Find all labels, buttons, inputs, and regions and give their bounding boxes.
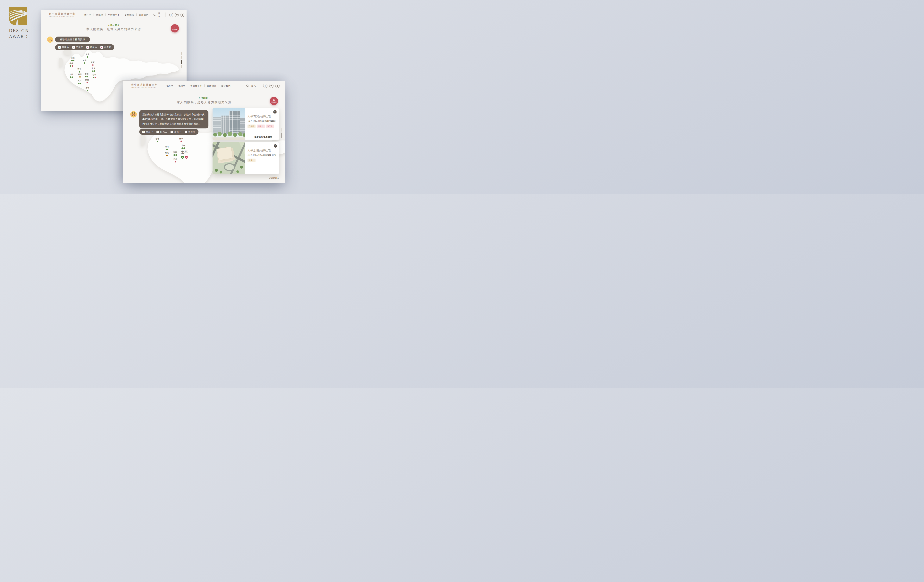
nav-item-daily-life[interactable]: 生活大小事 <box>190 84 202 88</box>
housing-description-bubble: 豐原安康共好社宅緊鄰18公尺永康路，到台中市區(臺中火車站)車程約30分鐘。距離… <box>139 110 208 129</box>
status-badge: 興建中 <box>248 159 256 162</box>
download-icon <box>174 26 176 28</box>
mascot-face <box>130 111 137 118</box>
nav-item-news[interactable]: 最新消息 <box>207 84 216 88</box>
map-marker-beitun[interactable]: 北屯 <box>181 144 185 149</box>
view-housing-link[interactable]: 查看社宅 租屋/空間 → <box>254 135 276 138</box>
map-marker-wufeng[interactable]: 霧峰 <box>86 87 89 91</box>
close-icon[interactable]: × <box>273 110 277 114</box>
housing-photo <box>213 142 245 174</box>
map-marker-beitun[interactable]: 北屯 <box>92 67 96 72</box>
download-icon <box>273 99 275 101</box>
map-marker-houli[interactable]: 后里 <box>86 53 89 58</box>
checkbox-icon: ✓ <box>157 131 159 133</box>
map-hint-bubble: 點擊地點查看社宅資訊 <box>55 36 90 43</box>
screen-2: 梧棲 豐原 西屯 北屯 南屯 東區 太平 大里 <box>123 81 285 183</box>
status-badge: 已完工 <box>248 124 256 128</box>
checkbox-icon: ✓ <box>72 46 75 49</box>
filter-space[interactable]: ✓ 借空間 <box>101 46 111 49</box>
status-badge: 有空間 <box>266 124 274 128</box>
map-marker-fengyuan[interactable]: 豐原 <box>179 137 183 142</box>
page-scroll-indicator[interactable] <box>181 52 182 68</box>
housing-title: 太平育賢共好社宅 <box>248 115 276 118</box>
login-link[interactable]: 登入 <box>251 84 256 87</box>
filter-renting[interactable]: ✓ 招租中 <box>170 131 181 133</box>
map-marker-nantun[interactable]: 南屯 <box>78 73 82 78</box>
award-title-line2: AWARD <box>9 34 33 40</box>
award-title-line1: DESIGN <box>9 28 33 34</box>
filter-completed[interactable]: ✓ 已完工 <box>72 46 83 49</box>
login-link[interactable]: 登入 <box>158 12 162 18</box>
map-marker-xitun[interactable]: 西屯 <box>165 146 169 150</box>
housing-photo <box>213 108 245 140</box>
close-icon[interactable]: × <box>274 144 277 147</box>
design-award-logo: DESIGN AWARD <box>9 7 33 40</box>
facebook-icon[interactable]: f <box>169 13 173 17</box>
nav-item-find-housing[interactable]: 找社宅 <box>84 13 91 17</box>
map-marker-xitun[interactable]: 西屯 <box>78 68 81 73</box>
nav-item-about[interactable]: 關於我們 <box>139 13 148 17</box>
map-marker-dali[interactable]: 大里 <box>173 158 177 162</box>
podcast-icon[interactable] <box>275 84 280 88</box>
nav-item-find-venue[interactable]: 找場地 <box>96 13 103 17</box>
nav-item-daily-life[interactable]: 生活大小事 <box>108 13 120 17</box>
filter-completed[interactable]: ✓ 已完工 <box>157 131 167 133</box>
main-nav: 找社宅 找場地 生活大小事 最新消息 關於我們 <box>79 13 153 17</box>
brand-logo[interactable]: 台中市共好社會住宅 TAICHUNG SOCIAL HOUSING <box>131 84 158 88</box>
housing-card-taiping-yuxian: × 太平育賢共好社宅 411 台中市太平區育賢路156號158號 已完工 招租中… <box>213 108 279 140</box>
map-marker-fengyuan[interactable]: 豐原 <box>91 61 95 66</box>
checkbox-icon: ✓ <box>58 46 61 49</box>
map-marker-qingshui[interactable]: 清水 <box>71 57 75 61</box>
filter-renting[interactable]: ✓ 招租中 <box>86 46 97 49</box>
map-marker-wuqi[interactable]: 梧棲 <box>155 138 159 142</box>
header-actions: 登入 f <box>246 83 280 88</box>
nav-item-find-venue[interactable]: 找場地 <box>178 84 185 88</box>
nav-item-about[interactable]: 關於我們 <box>221 84 231 88</box>
filter-under-construction[interactable]: ✓ 興建中 <box>58 46 69 49</box>
search-icon[interactable] <box>246 84 249 88</box>
checkbox-icon: ✓ <box>101 46 103 49</box>
map-marker-wuqi[interactable]: 梧棲 <box>69 62 73 67</box>
checkbox-icon: ✓ <box>86 46 89 49</box>
status-filter-bar: ✓ 興建中 ✓ 已完工 ✓ 招租中 ✓ 借空間 <box>139 129 198 135</box>
nav-item-news[interactable]: 最新消息 <box>125 13 134 17</box>
apply-materials-button[interactable]: 申請資料 <box>270 97 278 105</box>
apply-materials-button[interactable]: 申請資料 <box>171 24 179 33</box>
housing-card-taiping-yongyi: × 太平永憶共好社宅 406 台中市太平區永成北路275-307號 興建中 <box>213 142 279 174</box>
line-icon[interactable] <box>175 13 179 17</box>
housing-address: 411 台中市太平區育賢路156號158號 <box>248 120 276 122</box>
map-marker-taiping[interactable]: 太平 <box>92 74 96 78</box>
checkbox-icon: ✓ <box>185 131 187 133</box>
mascot-face <box>47 36 53 43</box>
brand-logo[interactable]: 台中市共好社會住宅 TAICHUNG SOCIAL HOUSING <box>49 13 76 17</box>
status-filter-bar: ✓ 興建中 ✓ 已完工 ✓ 招租中 ✓ 借空間 <box>55 45 114 50</box>
award-emblem-icon <box>9 7 27 25</box>
arrow-right-icon: → <box>274 135 276 138</box>
map-marker-dadu[interactable]: 大肚 <box>69 73 73 78</box>
filter-under-construction[interactable]: ✓ 興建中 <box>142 131 153 133</box>
search-icon[interactable] <box>153 13 156 17</box>
map-marker-shengang[interactable]: 神岡 <box>82 59 87 64</box>
checkbox-icon: ✓ <box>170 131 173 133</box>
header-1: 台中市共好社會住宅 TAICHUNG SOCIAL HOUSING 找社宅 找場… <box>41 10 186 20</box>
map-marker-taiping-selected[interactable]: 太平 <box>180 150 188 158</box>
map-marker-wuri[interactable]: 烏日 <box>78 79 82 84</box>
main-nav: 找社宅 找場地 生活大小事 最新消息 關於我們 <box>162 84 235 88</box>
card-list-scrollbar[interactable] <box>281 128 282 139</box>
housing-address: 406 台中市太平區永成北路275-307號 <box>248 154 276 156</box>
housing-title: 太平永憶共好社宅 <box>248 149 276 152</box>
map-marker-east-district[interactable]: 東區 <box>173 151 177 156</box>
header-actions: 登入 f <box>153 12 185 18</box>
nav-item-find-housing[interactable]: 找社宅 <box>167 84 173 88</box>
map-marker-dali[interactable]: 大里 <box>85 79 89 83</box>
filter-space[interactable]: ✓ 借空間 <box>185 131 195 133</box>
checkbox-icon: ✓ <box>142 131 145 133</box>
line-icon[interactable] <box>269 84 274 88</box>
status-badge: 招租中 <box>257 124 265 128</box>
map-marker-nantun[interactable]: 南屯 <box>165 152 169 156</box>
header-2: 台中市共好社會住宅 TAICHUNG SOCIAL HOUSING 找社宅 找場… <box>123 81 285 91</box>
housing-card-list: × 太平育賢共好社宅 411 台中市太平區育賢路156號158號 已完工 招租中… <box>213 108 279 174</box>
facebook-icon[interactable]: f <box>263 84 267 88</box>
podcast-icon[interactable] <box>180 13 185 17</box>
map-marker-east-district[interactable]: 東區 <box>85 73 89 78</box>
